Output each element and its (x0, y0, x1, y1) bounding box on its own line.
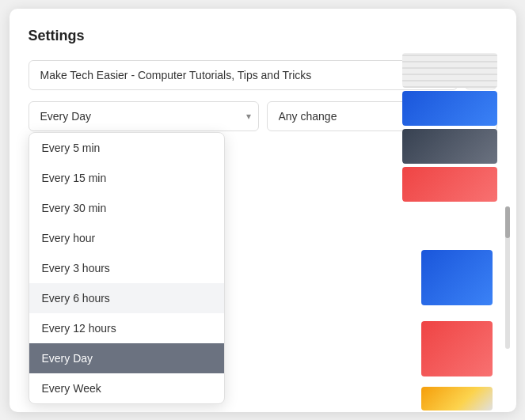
thumbnail-4 (402, 167, 497, 202)
dropdown-item-1[interactable]: Every 15 min (29, 163, 224, 193)
frequency-select[interactable]: Every Day (29, 101, 259, 131)
thumbnail-2 (402, 91, 497, 126)
url-input[interactable] (29, 60, 458, 90)
scrollbar[interactable] (505, 206, 510, 349)
dropdown-item-2[interactable]: Every 30 min (29, 193, 224, 223)
dropdown-item-6[interactable]: Every 12 hours (29, 313, 224, 343)
settings-panel: Settings ✏️ Every Day ▾ Any change ▾ Vis… (10, 9, 516, 412)
page-title: Settings (29, 28, 497, 44)
content-thumbnail-1 (421, 250, 493, 305)
dropdown-item-3[interactable]: Every hour (29, 223, 224, 253)
thumbnail-3 (402, 129, 497, 164)
frequency-select-box: Every Day ▾ (29, 101, 259, 131)
dropdown-item-7[interactable]: Every Day (29, 343, 224, 373)
dropdown-item-0[interactable]: Every 5 min (29, 133, 224, 163)
dropdown-item-8[interactable]: Every Week (29, 373, 224, 403)
dropdown-item-4[interactable]: Every 3 hours (29, 253, 224, 283)
dropdown-item-5[interactable]: Every 6 hours (29, 283, 224, 313)
frequency-dropdown: Every 5 min Every 15 min Every 30 min Ev… (29, 132, 225, 404)
thumbnails-panel (402, 53, 497, 202)
thumbnail-1 (402, 53, 497, 88)
scrollbar-thumb[interactable] (505, 206, 510, 238)
content-thumbnail-3 (421, 387, 493, 411)
content-thumbnail-2 (421, 321, 493, 376)
